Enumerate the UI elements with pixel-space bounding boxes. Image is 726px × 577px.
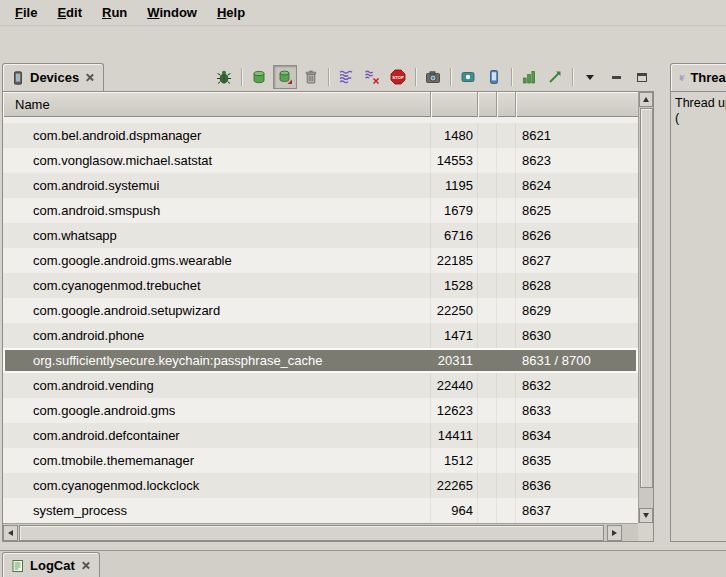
cell-name: com.android.phone bbox=[3, 323, 431, 348]
cell-port: 8637 bbox=[516, 498, 638, 523]
close-icon[interactable] bbox=[84, 72, 95, 83]
tab-threads[interactable]: Threads bbox=[670, 63, 726, 91]
cell-name: com.cyanogenmod.lockclock bbox=[3, 473, 431, 498]
tab-logcat-label: LogCat bbox=[30, 558, 75, 573]
device-row[interactable]: com.bel.android.dspmanager14808621 bbox=[3, 123, 638, 148]
minimize-icon bbox=[612, 76, 621, 79]
column-header-name[interactable]: Name bbox=[3, 92, 431, 117]
cell-empty bbox=[497, 448, 516, 473]
cell-empty bbox=[497, 398, 516, 423]
scroll-down-button[interactable] bbox=[639, 508, 653, 523]
hprof-icon bbox=[277, 69, 293, 85]
screen-capture-button[interactable] bbox=[421, 65, 445, 89]
cause-gc-button[interactable] bbox=[299, 65, 323, 89]
cell-empty bbox=[497, 223, 516, 248]
column-header-pid[interactable] bbox=[431, 92, 478, 117]
tab-logcat[interactable]: LogCat bbox=[2, 552, 100, 577]
close-icon[interactable] bbox=[80, 560, 91, 571]
cell-port: 8621 bbox=[516, 123, 638, 148]
column-header-empty[interactable] bbox=[497, 92, 516, 117]
cell-empty bbox=[478, 423, 497, 448]
column-header-empty[interactable] bbox=[478, 92, 497, 117]
cell-empty bbox=[478, 273, 497, 298]
maximize-button[interactable] bbox=[630, 65, 654, 89]
heap-chart-button[interactable] bbox=[517, 65, 541, 89]
update-heap-button[interactable] bbox=[247, 65, 271, 89]
dump-hprof-button[interactable] bbox=[273, 65, 297, 89]
bug-icon bbox=[216, 69, 232, 85]
horizontal-scrollbar[interactable] bbox=[3, 523, 638, 541]
device-row[interactable]: com.android.smspush16798625 bbox=[3, 198, 638, 223]
cell-name: com.android.vending bbox=[3, 373, 431, 398]
device-row[interactable]: com.google.android.gms.wearable221858627 bbox=[3, 248, 638, 273]
logcat-icon bbox=[11, 559, 25, 573]
profiling-icon bbox=[364, 69, 380, 85]
threads-message-line: ( bbox=[675, 111, 726, 126]
menu-run[interactable]: Run bbox=[93, 2, 136, 23]
cell-empty bbox=[478, 498, 497, 523]
device-row[interactable]: com.android.phone14718630 bbox=[3, 323, 638, 348]
device-row[interactable]: com.google.android.gms126238633 bbox=[3, 398, 638, 423]
devices-panel: Devices bbox=[2, 63, 654, 544]
stop-process-button[interactable]: STOP bbox=[386, 65, 410, 89]
column-header-port[interactable] bbox=[516, 92, 638, 117]
system-info-button[interactable] bbox=[482, 65, 506, 89]
cell-empty bbox=[497, 273, 516, 298]
device-row[interactable]: com.cyanogenmod.lockclock222658636 bbox=[3, 473, 638, 498]
stop-icon: STOP bbox=[390, 69, 406, 85]
view-menu-button[interactable] bbox=[578, 65, 602, 89]
tab-threads-label: Threads bbox=[690, 70, 726, 85]
scroll-up-button[interactable] bbox=[639, 92, 653, 107]
horizontal-scrollbar-thumb[interactable] bbox=[19, 525, 604, 541]
update-threads-button[interactable] bbox=[334, 65, 358, 89]
cell-pid: 22440 bbox=[431, 373, 478, 398]
device-row[interactable]: com.vonglasow.michael.satstat145538623 bbox=[3, 148, 638, 173]
cell-empty bbox=[478, 473, 497, 498]
menu-window[interactable]: Window bbox=[138, 2, 206, 23]
menu-file[interactable]: File bbox=[6, 2, 46, 23]
cell-empty bbox=[478, 348, 497, 373]
main-toolbar-area bbox=[0, 26, 726, 63]
tab-devices[interactable]: Devices bbox=[2, 63, 104, 91]
toolbar-separator bbox=[450, 68, 451, 86]
device-row[interactable]: com.android.defcontainer144118634 bbox=[3, 423, 638, 448]
cell-empty bbox=[478, 448, 497, 473]
cell-empty bbox=[497, 323, 516, 348]
device-row[interactable]: com.android.systemui11958624 bbox=[3, 173, 638, 198]
cell-name: com.google.android.gms.wearable bbox=[3, 248, 431, 273]
info-icon bbox=[486, 69, 502, 85]
toolbar-separator bbox=[328, 68, 329, 86]
device-row-selected[interactable]: org.sufficientlysecure.keychain:passphra… bbox=[3, 348, 638, 373]
cell-pid: 1679 bbox=[431, 198, 478, 223]
device-row[interactable]: com.google.android.setupwizard222508629 bbox=[3, 298, 638, 323]
menu-edit[interactable]: Edit bbox=[48, 2, 91, 23]
cell-port: 8626 bbox=[516, 223, 638, 248]
device-row[interactable]: com.whatsapp67168626 bbox=[3, 223, 638, 248]
scroll-left-button[interactable] bbox=[3, 525, 18, 541]
cell-empty bbox=[478, 223, 497, 248]
allocation-tracker-button[interactable] bbox=[543, 65, 567, 89]
device-row[interactable]: com.tmobile.thememanager15128635 bbox=[3, 448, 638, 473]
scroll-right-button[interactable] bbox=[607, 525, 622, 541]
screen-record-button[interactable] bbox=[456, 65, 480, 89]
method-profiling-button[interactable] bbox=[360, 65, 384, 89]
cell-port: 8628 bbox=[516, 273, 638, 298]
cell-name: com.vonglasow.michael.satstat bbox=[3, 148, 431, 173]
vertical-scrollbar[interactable] bbox=[638, 92, 653, 523]
cell-empty bbox=[478, 148, 497, 173]
cell-pid: 1471 bbox=[431, 323, 478, 348]
arrow-icon bbox=[547, 69, 563, 85]
cell-pid: 22250 bbox=[431, 298, 478, 323]
trash-icon bbox=[303, 69, 319, 85]
device-row[interactable]: com.cyanogenmod.trebuchet15288628 bbox=[3, 273, 638, 298]
camera-icon bbox=[425, 69, 441, 85]
vertical-scrollbar-thumb[interactable] bbox=[640, 108, 653, 488]
cell-empty bbox=[497, 498, 516, 523]
device-row[interactable]: system_process9648637 bbox=[3, 498, 638, 523]
debug-process-button[interactable] bbox=[212, 65, 236, 89]
svg-text:STOP: STOP bbox=[392, 75, 404, 80]
cell-port: 8631 / 8700 bbox=[516, 348, 638, 373]
menu-help[interactable]: Help bbox=[208, 2, 254, 23]
device-row[interactable]: com.android.vending224408632 bbox=[3, 373, 638, 398]
minimize-button[interactable] bbox=[604, 65, 628, 89]
